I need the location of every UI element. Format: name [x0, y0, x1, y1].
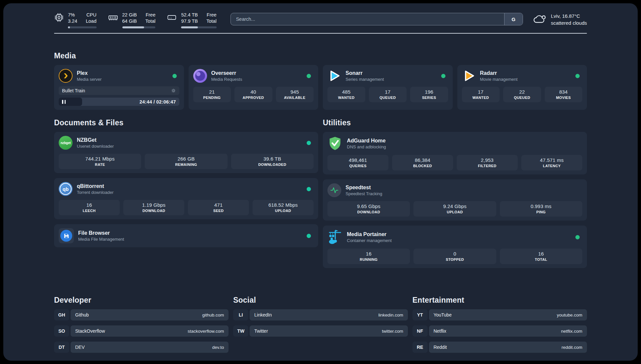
portainer-card[interactable]: Media Portainer Container management 16R… [323, 226, 587, 268]
bookmark-abbr: YT [412, 309, 428, 320]
stat-tile: 39.6 TBDOWNLOADED [231, 154, 314, 169]
stat-tile: 16LEECH [59, 200, 120, 215]
bookmark-github[interactable]: GH Githubgithub.com [54, 309, 229, 320]
bookmark-abbr: NF [412, 325, 428, 337]
app-name: NZBGet [77, 137, 114, 143]
radarr-card[interactable]: Radarr Movie management 17WANTED 22QUEUE… [457, 65, 587, 110]
search-engine-button[interactable]: G [504, 13, 523, 25]
bookmark-url: twitter.com [382, 329, 403, 334]
radarr-icon [462, 69, 476, 83]
bookmark-url: reddit.com [562, 345, 582, 350]
bookmark-youtube[interactable]: YT YouTubeyoutube.com [412, 309, 587, 320]
disk-icon [167, 13, 177, 22]
bookmark-reddit[interactable]: RE Redditreddit.com [412, 342, 587, 353]
bookmark-stackoverflow[interactable]: SO StackOverflowstackoverflow.com [54, 325, 229, 337]
nzbget-card[interactable]: nzbget NZBGet Usenet downloader 744.21 M… [54, 132, 318, 173]
now-playing-title: Bullet Train [62, 88, 85, 93]
app-name: Radarr [480, 70, 518, 76]
stat-tile: 471SEED [188, 200, 249, 215]
app-desc: Media Requests [211, 77, 242, 82]
bookmark-url: linkedin.com [379, 313, 403, 318]
bookmark-dev[interactable]: DT DEVdev.to [54, 342, 229, 353]
stat-tile: 196SERIES [410, 87, 448, 102]
app-desc: DNS and adblocking [347, 144, 386, 149]
stat-tile: 1.19 GbpsDOWNLOAD [123, 200, 184, 215]
bookmark-url: stackoverflow.com [188, 329, 224, 334]
section-title-social: Social [233, 296, 408, 305]
stat-tile: 2,953FILTERED [457, 155, 518, 170]
app-name: Speedtest [346, 185, 382, 191]
bookmark-name: Twitter [254, 328, 268, 334]
stat-tile: 0.993 msPING [500, 201, 582, 217]
memory-icon [108, 13, 118, 22]
speedtest-card[interactable]: Speedtest Speedtest Tracking 9.65 GbpsDO… [323, 179, 587, 221]
app-name: Overseerr [211, 70, 242, 76]
top-bar: 7% 3.24 CPU Load 22 GiB [54, 11, 587, 29]
bookmark-abbr: GH [54, 309, 69, 320]
cpu-percent: 7% [68, 12, 77, 18]
bookmark-url: dev.to [212, 345, 224, 350]
speedtest-icon [327, 183, 341, 197]
bookmark-url: youtube.com [557, 313, 582, 318]
header-divider [54, 33, 587, 34]
cpu-label-bottom: Load [86, 18, 96, 24]
disk-total: 97.9 TB [181, 18, 198, 24]
social-group: Social LI LinkedInlinkedin.com TW Twitte… [233, 296, 408, 353]
search-input[interactable] [231, 13, 504, 25]
entertainment-group: Entertainment YT YouTubeyoutube.com NF N… [412, 296, 587, 353]
status-dot [307, 187, 311, 191]
cpu-load: 3.24 [68, 18, 77, 24]
cpu-icon [54, 13, 64, 22]
developer-group: Developer GH Githubgithub.com SO StackOv… [54, 296, 229, 353]
bookmark-name: StackOverflow [75, 328, 105, 334]
playback-time: 24:44 / 02:06:47 [139, 99, 176, 105]
gear-icon[interactable] [171, 88, 176, 93]
cpu-widget: 7% 3.24 CPU Load [54, 12, 97, 28]
bookmark-url: github.com [202, 313, 224, 318]
pause-icon [62, 100, 66, 104]
stat-tile: 16RUNNING [327, 249, 410, 264]
weather-location-temp: Lviv, 16.87°C [551, 13, 587, 19]
stat-tile: 16TOTAL [500, 249, 582, 264]
plex-icon [59, 69, 73, 83]
documents-column: Documents & Files nzbget NZBGet Usenet d… [54, 118, 318, 268]
bookmark-name: DEV [75, 345, 85, 350]
adguard-icon [327, 136, 343, 151]
app-name: Plex [77, 70, 102, 76]
memory-total: 64 GiB [122, 18, 137, 24]
overseerr-card[interactable]: Overseerr Media Requests 21PENDING 40APP… [189, 65, 319, 110]
now-playing-row: Bullet Train [59, 86, 179, 95]
disk-widget: 52.4 TB 97.9 TB Free Total [167, 12, 216, 28]
section-title-developer: Developer [54, 296, 229, 305]
adguard-card[interactable]: AdGuard Home DNS and adblocking 498,461Q… [323, 132, 587, 174]
stat-tile: 834MOVIES [545, 87, 583, 102]
status-dot [307, 141, 311, 145]
bookmark-name: Reddit [434, 345, 447, 350]
bookmark-name: YouTube [434, 312, 452, 318]
sonarr-card[interactable]: Sonarr Series management 485WANTED 17QUE… [323, 65, 453, 110]
filebrowser-card[interactable]: File Browser Media File Management [54, 224, 318, 247]
stat-tile: 266 GBREMAINING [145, 154, 227, 169]
section-title-documents: Documents & Files [54, 118, 318, 127]
qbittorrent-card[interactable]: qb qBittorrent Torrent downloader 16LEEC… [54, 178, 318, 219]
bookmark-twitter[interactable]: TW Twittertwitter.com [233, 325, 408, 337]
status-dot [307, 234, 311, 238]
memory-progress-bar [122, 26, 156, 28]
bookmark-netflix[interactable]: NF Netflixnetflix.com [412, 325, 587, 337]
memory-widget: 22 GiB 64 GiB Free Total [108, 12, 156, 28]
bookmark-linkedin[interactable]: LI LinkedInlinkedin.com [233, 309, 408, 320]
app-desc: Movie management [480, 77, 518, 82]
stat-tile: 47.571 msLATENCY [521, 155, 582, 170]
disk-label-bottom: Total [206, 18, 217, 24]
weather-widget: Lviv, 16.87°C scattered clouds [533, 13, 587, 26]
stat-tile: 945AVAILABLE [276, 87, 314, 102]
nzbget-icon: nzbget [59, 136, 73, 150]
portainer-icon [327, 229, 343, 245]
bookmark-abbr: SO [54, 325, 69, 337]
app-name: Sonarr [346, 70, 384, 76]
utilities-column: Utilities AdGuard Home DNS and adblockin… [323, 118, 587, 268]
stat-tile: 22QUEUED [503, 87, 541, 102]
cpu-label-top: CPU [86, 12, 96, 18]
plex-card[interactable]: Plex Media server Bullet Train [54, 65, 184, 110]
disk-free: 52.4 TB [181, 12, 198, 18]
